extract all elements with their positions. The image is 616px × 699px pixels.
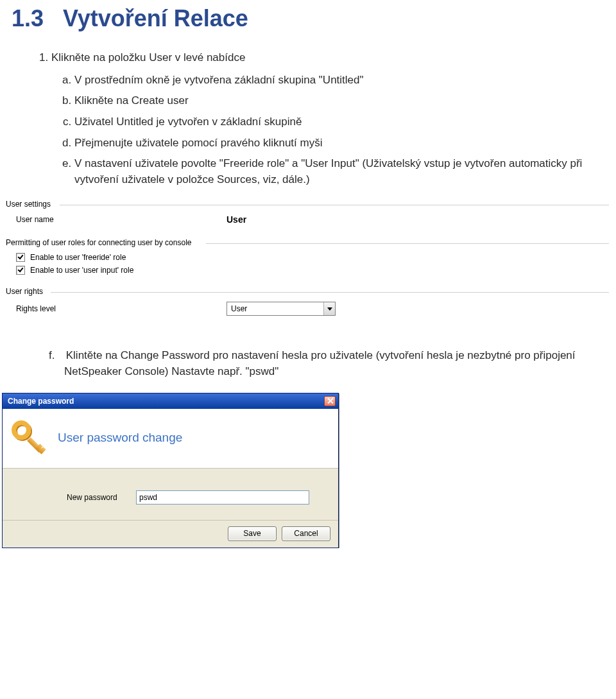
freeride-checkbox[interactable]: [16, 253, 25, 262]
dialog-title: Change password: [8, 397, 74, 406]
dialog-body: New password pswd: [3, 469, 338, 520]
step-1: Klikněte na položku User v levé nabídce …: [51, 50, 604, 187]
step-a-text: V prostředním okně je vytvořena základní…: [74, 74, 364, 86]
cancel-button[interactable]: Cancel: [282, 526, 330, 541]
step-f-marker: f.: [49, 348, 63, 364]
group-label-permitting: Permitting of user roles for connecting …: [6, 238, 196, 247]
rights-level-row: Rights level User: [8, 302, 606, 316]
step-d-text: Přejmenujte uživatele pomocí pravého kli…: [74, 137, 322, 149]
step-e-text: V nastavení uživatele povolte "Freeride …: [74, 157, 582, 186]
group-label-user-rights: User rights: [6, 287, 48, 296]
userinput-label: Enable to user 'user input' role: [30, 266, 133, 275]
user-name-row: User name User: [8, 214, 606, 225]
group-label-user-settings: User settings: [6, 200, 56, 209]
new-password-value: pswd: [139, 493, 157, 502]
section-number: 1.3: [12, 5, 44, 31]
close-icon: [327, 398, 333, 404]
key-icon: [12, 420, 46, 455]
user-name-value: User: [227, 214, 246, 225]
section-title-text: Vytvoření Relace: [63, 5, 248, 31]
userinput-role-row: Enable to user 'user input' role: [8, 266, 606, 275]
save-button[interactable]: Save: [228, 526, 277, 541]
step-d: Přejmenujte uživatele pomocí pravého kli…: [74, 135, 604, 151]
freeride-role-row: Enable to user 'freeride' role: [8, 253, 606, 262]
step-1-text: Klikněte na položku User v levé nabídce: [51, 51, 245, 64]
step-b: Klikněte na Create user: [74, 93, 604, 109]
group-user-settings: User settings User name User: [2, 199, 613, 234]
dialog-titlebar[interactable]: Change password: [3, 393, 338, 409]
sub-steps: V prostředním okně je vytvořena základní…: [51, 73, 604, 188]
step-f-text: Klintěte na Change Password pro nastaven…: [64, 349, 576, 377]
rights-level-select[interactable]: User: [227, 302, 336, 316]
group-permitting: Permitting of user roles for connecting …: [2, 237, 613, 282]
section-heading: 1.3 Vytvoření Relace: [12, 5, 604, 32]
checkmark-icon: [18, 254, 24, 259]
rights-level-label: Rights level: [8, 304, 227, 313]
dialog-header-area: User password change: [3, 409, 338, 469]
step-e: V nastavení uživatele povolte "Freeride …: [74, 156, 604, 187]
user-name-label: User name: [8, 215, 227, 224]
userinput-checkbox[interactable]: [16, 266, 25, 275]
dialog-heading: User password change: [58, 431, 182, 445]
rights-level-value: User: [227, 304, 323, 313]
user-settings-panel: User settings User name User Permitting …: [2, 199, 613, 325]
step-c: Uživatel Untitled je vytvořen v základní…: [74, 114, 604, 130]
dialog-button-bar: Save Cancel: [3, 520, 338, 548]
new-password-input[interactable]: pswd: [136, 490, 309, 505]
change-password-dialog: Change password User password change New…: [2, 393, 339, 548]
divider: [51, 292, 609, 293]
group-user-rights: User rights Rights level User: [2, 286, 613, 325]
step-f-wrapper: f. Klintěte na Change Password pro nasta…: [0, 329, 616, 386]
new-password-row: New password pswd: [12, 490, 329, 505]
dropdown-button[interactable]: [323, 302, 335, 315]
freeride-label: Enable to user 'freeride' role: [30, 253, 126, 262]
new-password-label: New password: [67, 493, 136, 502]
close-button[interactable]: [324, 396, 336, 406]
divider: [60, 205, 609, 205]
checkmark-icon: [18, 266, 24, 272]
step-b-text: Klikněte na Create user: [74, 94, 189, 107]
step-c-text: Uživatel Untitled je vytvořen v základní…: [74, 116, 302, 128]
chevron-down-icon: [327, 307, 332, 311]
numbered-steps: Klikněte na položku User v levé nabídce …: [12, 50, 604, 187]
step-a: V prostředním okně je vytvořena základní…: [74, 73, 604, 89]
divider: [206, 243, 609, 244]
